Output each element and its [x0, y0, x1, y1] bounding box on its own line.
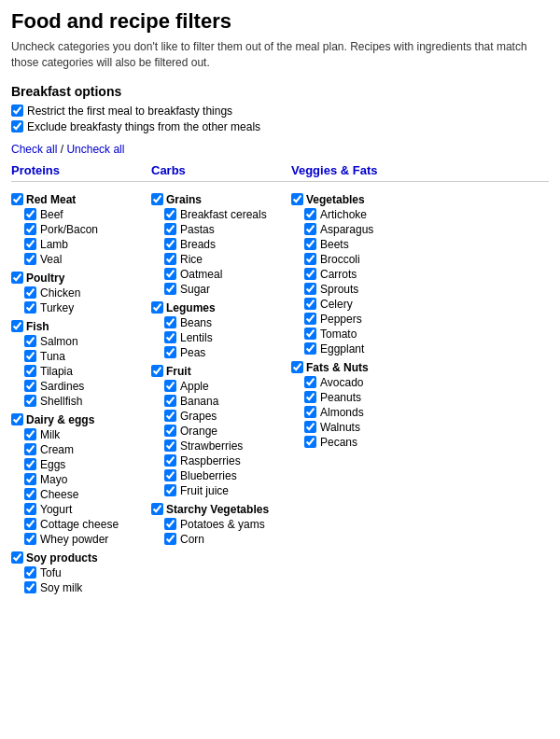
item-checkbox-veggies-col-0-2[interactable]	[304, 238, 316, 250]
category-label-veggies-col-1: Fats & Nuts	[306, 361, 369, 374]
breakfast-checkbox-0[interactable]	[11, 105, 23, 117]
item-label: Tuna	[40, 350, 65, 363]
category-carbs-col-2: Fruit	[151, 365, 291, 378]
item-checkbox-proteins-col-3-7[interactable]	[24, 533, 36, 545]
item-checkbox-carbs-col-2-0[interactable]	[164, 380, 176, 392]
item-checkbox-proteins-col-2-1[interactable]	[24, 350, 36, 362]
category-checkbox-proteins-col-3[interactable]	[11, 413, 23, 425]
item-checkbox-carbs-col-0-0[interactable]	[164, 208, 176, 220]
item-label: Avocado	[320, 376, 363, 389]
item-checkbox-proteins-col-3-4[interactable]	[24, 488, 36, 500]
item-checkbox-veggies-col-0-5[interactable]	[304, 283, 316, 295]
item-checkbox-proteins-col-0-3[interactable]	[24, 253, 36, 265]
category-checkbox-carbs-col-2[interactable]	[151, 365, 163, 377]
category-checkbox-carbs-col-1[interactable]	[151, 301, 163, 314]
item-checkbox-proteins-col-0-2[interactable]	[24, 238, 36, 250]
check-all-link[interactable]: Check all	[11, 143, 57, 156]
item-label: Turkey	[40, 301, 74, 314]
item-checkbox-carbs-col-2-7[interactable]	[164, 484, 176, 496]
item-checkbox-veggies-col-1-0[interactable]	[304, 376, 316, 388]
item-checkbox-proteins-col-1-1[interactable]	[24, 301, 36, 314]
item-checkbox-veggies-col-0-9[interactable]	[304, 342, 316, 355]
item-label: Strawberries	[180, 439, 243, 453]
item-checkbox-carbs-col-2-5[interactable]	[164, 454, 176, 467]
item-checkbox-proteins-col-2-4[interactable]	[24, 395, 36, 407]
item-checkbox-veggies-col-0-8[interactable]	[304, 328, 316, 340]
breakfast-checkbox-1[interactable]	[11, 120, 23, 132]
proteins-header: Proteins	[11, 163, 151, 177]
uncheck-all-link[interactable]: Uncheck all	[66, 143, 124, 156]
item-checkbox-veggies-col-1-4[interactable]	[304, 436, 316, 448]
proteins-column: Red MeatBeefPork/BaconLambVealPoultryChi…	[11, 188, 151, 596]
item-label: Pecans	[320, 436, 357, 449]
item-checkbox-proteins-col-3-5[interactable]	[24, 503, 36, 515]
item-checkbox-veggies-col-1-2[interactable]	[304, 406, 316, 418]
item-checkbox-carbs-col-0-4[interactable]	[164, 268, 176, 280]
item-checkbox-proteins-col-3-2[interactable]	[24, 458, 36, 470]
list-item: Walnuts	[291, 421, 431, 434]
item-checkbox-carbs-col-1-0[interactable]	[164, 316, 176, 328]
category-checkbox-proteins-col-0[interactable]	[11, 193, 23, 205]
item-checkbox-carbs-col-0-1[interactable]	[164, 223, 176, 235]
item-checkbox-carbs-col-0-3[interactable]	[164, 253, 176, 265]
item-checkbox-veggies-col-0-1[interactable]	[304, 223, 316, 235]
item-checkbox-carbs-col-3-0[interactable]	[164, 518, 176, 530]
category-checkbox-carbs-col-3[interactable]	[151, 503, 163, 515]
item-checkbox-proteins-col-0-1[interactable]	[24, 223, 36, 235]
item-checkbox-proteins-col-3-6[interactable]	[24, 518, 36, 530]
item-label: Walnuts	[320, 421, 360, 434]
category-checkbox-proteins-col-2[interactable]	[11, 320, 23, 332]
carbs-header: Carbs	[151, 163, 291, 177]
item-label: Rice	[180, 253, 203, 266]
category-checkbox-veggies-col-0[interactable]	[291, 193, 303, 205]
item-checkbox-veggies-col-1-1[interactable]	[304, 391, 316, 403]
item-checkbox-carbs-col-2-1[interactable]	[164, 395, 176, 407]
item-checkbox-carbs-col-0-2[interactable]	[164, 238, 176, 250]
item-checkbox-carbs-col-2-2[interactable]	[164, 410, 176, 422]
item-checkbox-veggies-col-0-7[interactable]	[304, 313, 316, 325]
item-checkbox-carbs-col-2-4[interactable]	[164, 439, 176, 452]
item-label: Mayo	[40, 473, 67, 486]
item-checkbox-proteins-col-4-0[interactable]	[24, 566, 36, 579]
item-label: Yogurt	[40, 503, 72, 516]
category-carbs-col-0: Grains	[151, 193, 291, 206]
item-checkbox-carbs-col-1-1[interactable]	[164, 331, 176, 343]
item-checkbox-carbs-col-2-3[interactable]	[164, 425, 176, 437]
category-label-proteins-col-0: Red Meat	[26, 193, 76, 206]
item-checkbox-carbs-col-2-6[interactable]	[164, 469, 176, 481]
item-checkbox-veggies-col-0-4[interactable]	[304, 268, 316, 280]
item-checkbox-proteins-col-2-0[interactable]	[24, 335, 36, 347]
category-checkbox-proteins-col-1[interactable]	[11, 272, 23, 284]
breakfast-options-section: Breakfast options Restrict the first mea…	[11, 84, 549, 133]
breakfast-option-label-0: Restrict the first meal to breakfasty th…	[27, 105, 232, 118]
category-checkbox-proteins-col-4[interactable]	[11, 551, 23, 564]
check-uncheck-links: Check all / Uncheck all	[11, 143, 549, 156]
item-checkbox-proteins-col-3-3[interactable]	[24, 473, 36, 485]
breakfast-option-1: Exclude breakfasty things from the other…	[11, 120, 549, 133]
item-checkbox-veggies-col-0-6[interactable]	[304, 298, 316, 310]
item-checkbox-veggies-col-0-3[interactable]	[304, 253, 316, 265]
list-item: Strawberries	[151, 439, 291, 453]
list-item: Veal	[11, 253, 151, 266]
list-item: Breads	[151, 238, 291, 251]
category-label-carbs-col-0: Grains	[166, 193, 202, 206]
item-checkbox-proteins-col-3-1[interactable]	[24, 443, 36, 455]
item-checkbox-carbs-col-1-2[interactable]	[164, 346, 176, 358]
item-checkbox-proteins-col-1-0[interactable]	[24, 286, 36, 299]
item-label: Sprouts	[320, 283, 358, 296]
item-checkbox-carbs-col-0-5[interactable]	[164, 283, 176, 295]
category-checkbox-carbs-col-0[interactable]	[151, 193, 163, 205]
list-item: Asparagus	[291, 223, 431, 236]
item-checkbox-proteins-col-3-0[interactable]	[24, 428, 36, 440]
item-checkbox-proteins-col-0-0[interactable]	[24, 208, 36, 220]
item-checkbox-proteins-col-4-1[interactable]	[24, 581, 36, 593]
category-label-carbs-col-3: Starchy Vegetables	[166, 503, 269, 516]
breakfast-option-label-1: Exclude breakfasty things from the other…	[27, 120, 260, 133]
item-checkbox-proteins-col-2-3[interactable]	[24, 380, 36, 392]
item-label: Blueberries	[180, 469, 237, 482]
item-checkbox-veggies-col-1-3[interactable]	[304, 421, 316, 433]
item-checkbox-proteins-col-2-2[interactable]	[24, 365, 36, 377]
category-checkbox-veggies-col-1[interactable]	[291, 361, 303, 373]
item-checkbox-veggies-col-0-0[interactable]	[304, 208, 316, 220]
item-checkbox-carbs-col-3-1[interactable]	[164, 533, 176, 545]
